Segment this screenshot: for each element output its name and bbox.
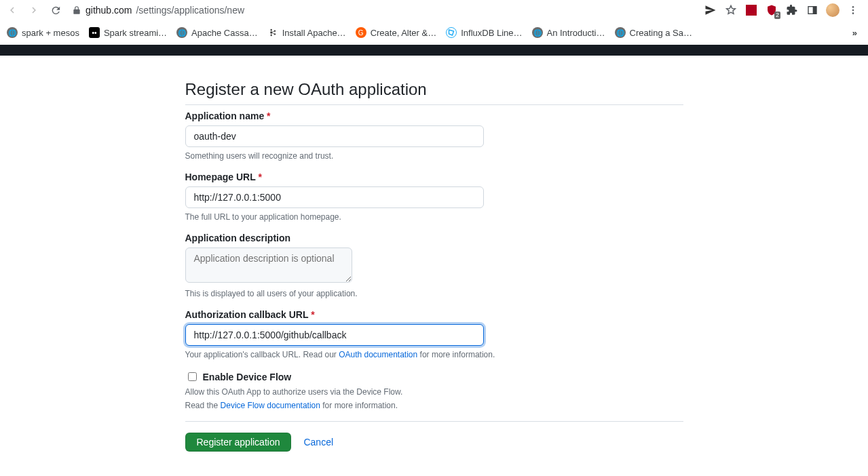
homepage-url-label: Homepage URL * — [185, 172, 683, 182]
extensions-icon[interactable] — [785, 3, 799, 17]
kafka-icon — [267, 27, 278, 38]
svg-point-8 — [273, 31, 275, 32]
svg-point-5 — [270, 29, 271, 31]
divider — [185, 421, 683, 422]
send-icon[interactable] — [704, 3, 717, 17]
homepage-url-note: The full URL to your application homepag… — [185, 212, 683, 222]
svg-point-9 — [273, 33, 275, 35]
device-flow-checkbox[interactable] — [188, 372, 197, 381]
callback-url-label: Authorization callback URL * — [185, 309, 683, 320]
bookmark-item[interactable]: Install Apache… — [267, 27, 346, 38]
toolbar-actions: 2 — [704, 3, 864, 17]
globe-icon: 🌐 — [615, 27, 626, 38]
bookmark-item[interactable]: 🌐Apache Cassa… — [176, 27, 258, 38]
address-bar[interactable]: github.com/settings/applications/new — [72, 5, 244, 16]
app-name-note: Something users will recognize and trust… — [185, 151, 683, 161]
profile-avatar[interactable] — [826, 3, 839, 17]
callback-url-input[interactable] — [185, 324, 484, 346]
bookmark-item[interactable]: InfluxDB Line… — [446, 27, 522, 38]
app-name-input[interactable] — [185, 125, 484, 147]
device-flow-label: Enable Device Flow — [203, 372, 292, 382]
svg-point-2 — [852, 6, 854, 8]
description-note: This is displayed to all users of your a… — [185, 289, 683, 298]
url-host: github.com — [86, 5, 132, 16]
bookmark-item[interactable]: 🌐Creating a Sa… — [615, 27, 693, 38]
influxdb-icon — [446, 27, 457, 38]
forward-button[interactable] — [26, 2, 42, 18]
favicon-icon: G — [356, 27, 366, 38]
page-title: Register a new OAuth application — [185, 80, 683, 105]
app-name-label: Application name * — [185, 111, 683, 121]
extension-ublock-icon[interactable]: 2 — [765, 3, 778, 17]
cancel-link[interactable]: Cancel — [303, 437, 333, 448]
bookmark-item[interactable]: GCreate, Alter &… — [356, 27, 437, 38]
lock-icon — [72, 5, 81, 15]
oauth-doc-link[interactable]: OAuth documentation — [339, 350, 417, 359]
device-flow-note-1: Allow this OAuth App to authorize users … — [185, 387, 683, 397]
svg-point-4 — [852, 12, 854, 14]
back-button[interactable] — [4, 2, 20, 18]
bookmark-item[interactable]: 🌐An Introducti… — [532, 27, 605, 38]
bookmarks-overflow[interactable]: » — [848, 28, 861, 38]
globe-icon: 🌐 — [7, 27, 18, 38]
github-header — [0, 45, 868, 56]
medium-icon: •• — [89, 27, 100, 38]
svg-point-3 — [852, 9, 854, 12]
bookmark-item[interactable]: ••Spark streami… — [89, 27, 167, 38]
callback-url-note: Your application's callback URL. Read ou… — [185, 350, 683, 359]
description-textarea[interactable] — [185, 247, 352, 283]
description-label: Application description — [185, 233, 683, 243]
svg-point-6 — [270, 32, 272, 34]
register-button[interactable]: Register application — [185, 433, 292, 452]
homepage-url-input[interactable] — [185, 186, 484, 208]
extension-noscript-icon[interactable] — [744, 3, 758, 17]
star-icon[interactable] — [724, 3, 738, 17]
reload-button[interactable] — [48, 2, 64, 18]
url-path: /settings/applications/new — [136, 5, 244, 16]
side-panel-icon[interactable] — [806, 3, 819, 17]
globe-icon: 🌐 — [176, 27, 187, 38]
kebab-menu-icon[interactable] — [846, 3, 860, 17]
svg-rect-1 — [813, 7, 816, 14]
bookmark-item[interactable]: 🌐spark + mesos — [7, 27, 79, 38]
browser-toolbar: github.com/settings/applications/new 2 — [0, 0, 868, 20]
device-flow-note-2: Read the Device Flow documentation for m… — [185, 401, 683, 410]
svg-point-7 — [270, 35, 271, 36]
globe-icon: 🌐 — [532, 27, 543, 38]
device-flow-doc-link[interactable]: Device Flow documentation — [221, 401, 320, 410]
bookmarks-bar: 🌐spark + mesos ••Spark streami… 🌐Apache … — [0, 20, 868, 45]
